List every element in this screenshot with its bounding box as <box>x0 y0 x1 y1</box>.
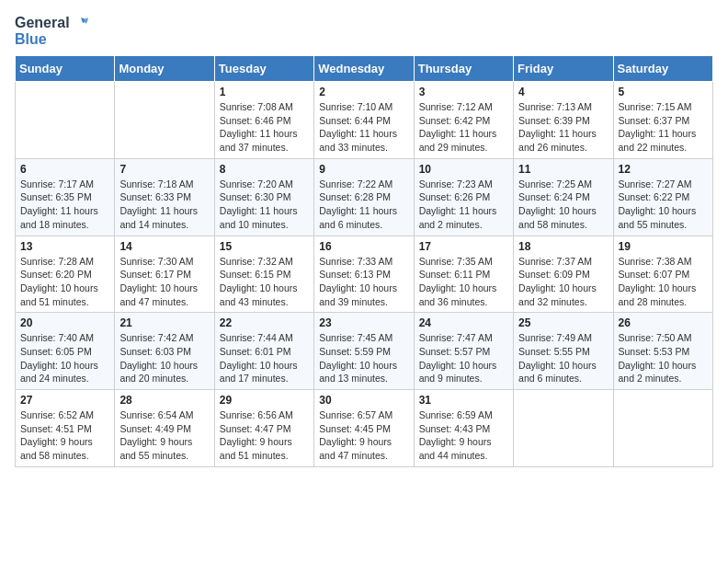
calendar-cell: 12Sunrise: 7:27 AMSunset: 6:22 PMDayligh… <box>613 158 712 236</box>
logo-bird-icon <box>72 15 88 31</box>
day-info: Sunrise: 7:42 AMSunset: 6:03 PMDaylight:… <box>119 331 209 385</box>
day-info: Sunrise: 7:18 AMSunset: 6:33 PMDaylight:… <box>119 178 209 232</box>
day-info: Sunrise: 7:47 AMSunset: 5:57 PMDaylight:… <box>419 331 508 385</box>
calendar-cell: 26Sunrise: 7:50 AMSunset: 5:53 PMDayligh… <box>613 313 712 390</box>
day-number: 29 <box>220 394 309 407</box>
calendar-week-row: 6Sunrise: 7:17 AMSunset: 6:35 PMDaylight… <box>16 158 713 236</box>
day-info: Sunrise: 7:45 AMSunset: 5:59 PMDaylight:… <box>319 331 408 385</box>
calendar-cell: 4Sunrise: 7:13 AMSunset: 6:39 PMDaylight… <box>514 82 613 159</box>
day-number: 21 <box>119 316 209 329</box>
weekday-header: Wednesday <box>314 56 414 82</box>
calendar-cell: 1Sunrise: 7:08 AMSunset: 6:46 PMDaylight… <box>214 82 313 159</box>
weekday-header: Tuesday <box>214 56 313 82</box>
day-info: Sunrise: 7:27 AMSunset: 6:22 PMDaylight:… <box>619 178 708 232</box>
weekday-header: Friday <box>514 56 613 82</box>
day-info: Sunrise: 6:56 AMSunset: 4:47 PMDaylight:… <box>220 408 309 463</box>
calendar-cell: 22Sunrise: 7:44 AMSunset: 6:01 PMDayligh… <box>214 313 313 390</box>
calendar-cell: 23Sunrise: 7:45 AMSunset: 5:59 PMDayligh… <box>314 313 414 390</box>
calendar-cell: 17Sunrise: 7:35 AMSunset: 6:11 PMDayligh… <box>414 236 513 313</box>
day-number: 2 <box>319 86 408 98</box>
day-number: 12 <box>619 163 708 176</box>
calendar-cell: 25Sunrise: 7:49 AMSunset: 5:55 PMDayligh… <box>514 313 613 390</box>
day-info: Sunrise: 7:12 AMSunset: 6:42 PMDaylight:… <box>419 100 508 155</box>
day-number: 20 <box>20 316 109 329</box>
day-info: Sunrise: 7:49 AMSunset: 5:55 PMDaylight:… <box>518 331 608 385</box>
calendar-cell: 13Sunrise: 7:28 AMSunset: 6:20 PMDayligh… <box>16 236 115 313</box>
day-number: 19 <box>619 240 708 253</box>
day-number: 17 <box>419 240 508 253</box>
day-number: 16 <box>319 240 408 253</box>
day-number: 9 <box>319 163 408 176</box>
calendar-week-row: 1Sunrise: 7:08 AMSunset: 6:46 PMDaylight… <box>16 82 713 159</box>
day-info: Sunrise: 7:15 AMSunset: 6:37 PMDaylight:… <box>619 100 708 155</box>
day-info: Sunrise: 7:13 AMSunset: 6:39 PMDaylight:… <box>518 100 608 155</box>
day-number: 18 <box>518 240 608 253</box>
day-number: 10 <box>419 163 508 176</box>
calendar-week-row: 13Sunrise: 7:28 AMSunset: 6:20 PMDayligh… <box>16 236 713 313</box>
weekday-header: Sunday <box>16 56 115 82</box>
day-info: Sunrise: 6:54 AMSunset: 4:49 PMDaylight:… <box>119 408 209 463</box>
day-number: 4 <box>518 86 608 98</box>
day-number: 27 <box>20 394 109 407</box>
calendar-table: SundayMondayTuesdayWednesdayThursdayFrid… <box>15 55 713 467</box>
day-number: 23 <box>319 316 408 329</box>
weekday-header: Monday <box>115 56 214 82</box>
day-number: 5 <box>619 86 708 98</box>
calendar-cell: 20Sunrise: 7:40 AMSunset: 6:05 PMDayligh… <box>16 313 115 390</box>
weekday-header: Thursday <box>414 56 513 82</box>
logo-blue: Blue <box>15 31 47 48</box>
day-info: Sunrise: 7:17 AMSunset: 6:35 PMDaylight:… <box>20 178 109 232</box>
day-number: 14 <box>119 240 209 253</box>
calendar-cell: 18Sunrise: 7:37 AMSunset: 6:09 PMDayligh… <box>514 236 613 313</box>
day-info: Sunrise: 7:37 AMSunset: 6:09 PMDaylight:… <box>518 255 608 309</box>
day-info: Sunrise: 7:30 AMSunset: 6:17 PMDaylight:… <box>119 255 209 309</box>
day-info: Sunrise: 7:40 AMSunset: 6:05 PMDaylight:… <box>20 331 109 385</box>
calendar-cell: 28Sunrise: 6:54 AMSunset: 4:49 PMDayligh… <box>115 390 214 467</box>
calendar-cell: 27Sunrise: 6:52 AMSunset: 4:51 PMDayligh… <box>16 390 115 467</box>
day-info: Sunrise: 7:35 AMSunset: 6:11 PMDaylight:… <box>419 255 508 309</box>
day-info: Sunrise: 6:57 AMSunset: 4:45 PMDaylight:… <box>319 408 408 463</box>
calendar-cell: 10Sunrise: 7:23 AMSunset: 6:26 PMDayligh… <box>414 158 513 236</box>
day-number: 7 <box>119 163 209 176</box>
calendar-cell: 8Sunrise: 7:20 AMSunset: 6:30 PMDaylight… <box>214 158 313 236</box>
day-info: Sunrise: 7:08 AMSunset: 6:46 PMDaylight:… <box>220 100 309 155</box>
day-number: 31 <box>419 394 508 407</box>
day-number: 13 <box>20 240 109 253</box>
calendar-cell <box>16 82 115 159</box>
weekday-header-row: SundayMondayTuesdayWednesdayThursdayFrid… <box>16 56 713 82</box>
page-header: General Blue <box>15 15 713 48</box>
calendar-cell: 15Sunrise: 7:32 AMSunset: 6:15 PMDayligh… <box>214 236 313 313</box>
day-info: Sunrise: 7:32 AMSunset: 6:15 PMDaylight:… <box>220 255 309 309</box>
day-number: 1 <box>220 86 309 98</box>
day-number: 24 <box>419 316 508 329</box>
calendar-cell <box>514 390 613 467</box>
day-info: Sunrise: 7:38 AMSunset: 6:07 PMDaylight:… <box>619 255 708 309</box>
day-info: Sunrise: 7:28 AMSunset: 6:20 PMDaylight:… <box>20 255 109 309</box>
calendar-cell: 2Sunrise: 7:10 AMSunset: 6:44 PMDaylight… <box>314 82 414 159</box>
day-number: 28 <box>119 394 209 407</box>
calendar-cell: 24Sunrise: 7:47 AMSunset: 5:57 PMDayligh… <box>414 313 513 390</box>
day-number: 22 <box>220 316 309 329</box>
day-info: Sunrise: 7:22 AMSunset: 6:28 PMDaylight:… <box>319 178 408 232</box>
calendar-cell: 29Sunrise: 6:56 AMSunset: 4:47 PMDayligh… <box>214 390 313 467</box>
day-number: 30 <box>319 394 408 407</box>
day-info: Sunrise: 7:44 AMSunset: 6:01 PMDaylight:… <box>220 331 309 385</box>
day-number: 8 <box>220 163 309 176</box>
calendar-cell: 14Sunrise: 7:30 AMSunset: 6:17 PMDayligh… <box>115 236 214 313</box>
day-number: 26 <box>619 316 708 329</box>
calendar-cell: 31Sunrise: 6:59 AMSunset: 4:43 PMDayligh… <box>414 390 513 467</box>
day-info: Sunrise: 7:50 AMSunset: 5:53 PMDaylight:… <box>619 331 708 385</box>
day-info: Sunrise: 7:25 AMSunset: 6:24 PMDaylight:… <box>518 178 608 232</box>
calendar-week-row: 20Sunrise: 7:40 AMSunset: 6:05 PMDayligh… <box>16 313 713 390</box>
calendar-cell: 19Sunrise: 7:38 AMSunset: 6:07 PMDayligh… <box>613 236 712 313</box>
calendar-cell: 16Sunrise: 7:33 AMSunset: 6:13 PMDayligh… <box>314 236 414 313</box>
calendar-cell <box>115 82 214 159</box>
calendar-cell: 3Sunrise: 7:12 AMSunset: 6:42 PMDaylight… <box>414 82 513 159</box>
day-info: Sunrise: 7:23 AMSunset: 6:26 PMDaylight:… <box>419 178 508 232</box>
day-number: 25 <box>518 316 608 329</box>
calendar-cell <box>613 390 712 467</box>
calendar-cell: 7Sunrise: 7:18 AMSunset: 6:33 PMDaylight… <box>115 158 214 236</box>
weekday-header: Saturday <box>613 56 712 82</box>
day-number: 11 <box>518 163 608 176</box>
calendar-cell: 30Sunrise: 6:57 AMSunset: 4:45 PMDayligh… <box>314 390 414 467</box>
